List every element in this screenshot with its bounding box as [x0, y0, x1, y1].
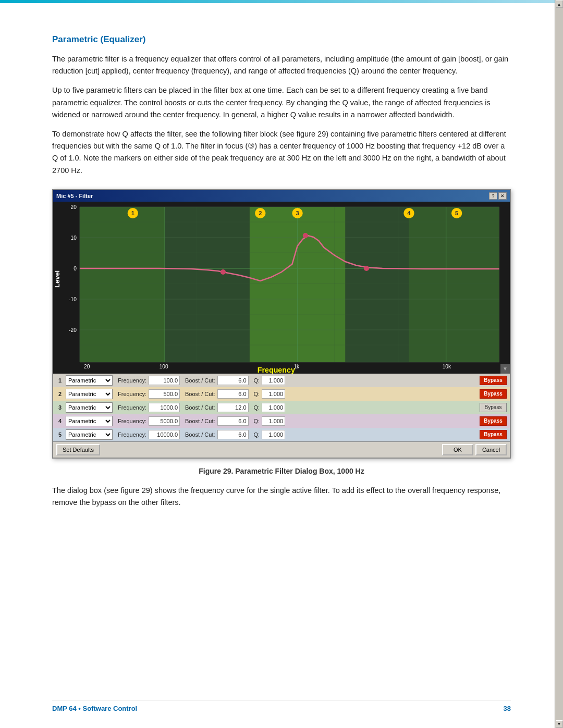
- footer-page: 38: [504, 705, 511, 712]
- dialog-titlebar: Mic #5 - Filter ? ✕: [53, 190, 510, 202]
- filter-type-1[interactable]: Parametric: [66, 375, 113, 386]
- graph-svg: 20 10 0 -10 -20 20 100 1k 10k 1 2 3: [53, 202, 510, 374]
- ok-button[interactable]: OK: [442, 444, 473, 455]
- q-value-4: 1.000: [262, 416, 285, 426]
- cancel-button[interactable]: Cancel: [475, 444, 507, 455]
- row-num-4: 4: [56, 418, 64, 424]
- footer-product: DMP 64 • Software Control: [52, 705, 137, 712]
- svg-text:Level: Level: [53, 270, 61, 287]
- paragraph-1: The parametric filter is a frequency equ…: [52, 53, 511, 77]
- boost-value-3: 12.0: [217, 403, 249, 412]
- filter-dialog: Mic #5 - Filter ? ✕: [52, 189, 511, 459]
- filter-row-2: 2 Parametric Frequency: 500.0 Boost / Cu…: [53, 387, 510, 401]
- help-button[interactable]: ?: [489, 192, 497, 200]
- q-value-2: 1.000: [262, 389, 285, 399]
- freq-label-2: Frequency:: [118, 391, 146, 397]
- close-button[interactable]: ✕: [498, 192, 507, 200]
- bypass-btn-2[interactable]: Bypass: [480, 389, 507, 399]
- filter-section: 1 Parametric Frequency: 100.0 Boost / Cu…: [53, 374, 510, 441]
- scroll-up-btn[interactable]: ▲: [556, 1, 563, 8]
- boost-label-3: Boost / Cut:: [185, 404, 215, 411]
- q-label-5: Q:: [254, 431, 260, 438]
- page-footer: DMP 64 • Software Control 38: [52, 700, 511, 712]
- set-defaults-button[interactable]: Set Defaults: [56, 444, 100, 455]
- bypass-btn-3[interactable]: Bypass: [480, 403, 507, 412]
- ok-cancel-group: OK Cancel: [442, 444, 507, 455]
- row-num-3: 3: [56, 404, 64, 411]
- freq-value-2: 500.0: [149, 389, 180, 399]
- bypass-btn-4[interactable]: Bypass: [480, 416, 507, 426]
- svg-text:0: 0: [74, 266, 77, 272]
- scroll-down-btn[interactable]: ▼: [556, 720, 563, 727]
- svg-text:20: 20: [84, 364, 90, 369]
- freq-value-4: 5000.0: [149, 416, 180, 426]
- freq-label-4: Frequency:: [118, 418, 146, 424]
- svg-text:10k: 10k: [443, 364, 451, 369]
- q-label-3: Q:: [254, 404, 260, 411]
- q-value-5: 1.000: [262, 430, 285, 439]
- freq-label-1: Frequency:: [118, 377, 146, 384]
- caption-body: The dialog box (see figure 29) shows the…: [52, 485, 511, 509]
- svg-rect-3: [80, 207, 165, 362]
- freq-value-1: 100.0: [149, 376, 180, 385]
- boost-label-2: Boost / Cut:: [185, 391, 215, 397]
- svg-text:100: 100: [160, 364, 168, 369]
- boost-value-5: 6.0: [217, 430, 249, 439]
- filter-type-2[interactable]: Parametric: [66, 389, 113, 399]
- q-value-3: 1.000: [262, 403, 285, 412]
- q-label-1: Q:: [254, 377, 260, 384]
- dialog-buttons: Set Defaults OK Cancel: [53, 441, 510, 458]
- filter-type-5[interactable]: Parametric: [66, 429, 113, 440]
- boost-value-2: 6.0: [217, 389, 249, 399]
- svg-text:3: 3: [296, 210, 299, 216]
- freq-value-3: 1000.0: [149, 403, 180, 412]
- figure-caption: Figure 29. Parametric Filter Dialog Box,…: [52, 467, 511, 475]
- dialog-title: Mic #5 - Filter: [56, 193, 93, 199]
- svg-text:Frequency: Frequency: [258, 366, 295, 374]
- svg-text:20: 20: [70, 204, 77, 210]
- q-label-4: Q:: [254, 418, 260, 424]
- svg-text:10: 10: [70, 235, 77, 241]
- freq-label-3: Frequency:: [118, 404, 146, 411]
- q-value-1: 1.000: [262, 376, 285, 385]
- svg-text:-20: -20: [69, 327, 77, 333]
- graph-dropdown[interactable]: ▼: [500, 364, 510, 374]
- filter-type-4[interactable]: Parametric: [66, 416, 113, 426]
- row-num-5: 5: [56, 431, 64, 438]
- section-title: Parametric (Equalizer): [52, 34, 511, 45]
- bypass-btn-1[interactable]: Bypass: [480, 376, 507, 385]
- row-num-2: 2: [56, 391, 64, 397]
- boost-label-4: Boost / Cut:: [185, 418, 215, 424]
- filter-rows-container: 1 Parametric Frequency: 100.0 Boost / Cu…: [53, 374, 510, 441]
- svg-text:2: 2: [259, 210, 262, 216]
- figure-caption-text: Figure 29. Parametric Filter Dialog Box,…: [199, 467, 364, 475]
- paragraph-2: Up to five parametric filters can be pla…: [52, 84, 511, 121]
- paragraph-3: To demonstrate how Q affects the filter,…: [52, 128, 511, 177]
- boost-value-1: 6.0: [217, 376, 249, 385]
- graph-area: 20 10 0 -10 -20 20 100 1k 10k 1 2 3: [53, 202, 510, 374]
- filter-row-4: 4 Parametric Frequency: 5000.0 Boost / C…: [53, 414, 510, 428]
- title-buttons: ? ✕: [489, 192, 507, 200]
- svg-text:1: 1: [131, 210, 134, 216]
- filter-type-3[interactable]: Parametric: [66, 402, 113, 413]
- filter-row-5: 5 Parametric Frequency: 10000.0 Boost / …: [53, 428, 510, 441]
- filter-row-3: 3 Parametric Frequency: 1000.0 Boost / C…: [53, 401, 510, 414]
- scrollbar[interactable]: ▲ ▼: [555, 0, 563, 728]
- svg-text:4: 4: [407, 210, 411, 216]
- svg-point-45: [221, 269, 226, 275]
- main-content: Parametric (Equalizer) The parametric fi…: [0, 3, 563, 558]
- boost-label-5: Boost / Cut:: [185, 431, 215, 438]
- svg-rect-5: [409, 207, 499, 362]
- bypass-btn-5[interactable]: Bypass: [480, 430, 507, 439]
- boost-label-1: Boost / Cut:: [185, 377, 215, 384]
- freq-label-5: Frequency:: [118, 431, 146, 438]
- freq-value-5: 10000.0: [149, 430, 180, 439]
- svg-text:5: 5: [455, 210, 458, 216]
- svg-text:-10: -10: [69, 297, 77, 302]
- svg-point-47: [364, 266, 369, 271]
- svg-point-46: [303, 233, 308, 238]
- row-num-1: 1: [56, 377, 64, 384]
- filter-row-1: 1 Parametric Frequency: 100.0 Boost / Cu…: [53, 374, 510, 387]
- q-label-2: Q:: [254, 391, 260, 397]
- boost-value-4: 6.0: [217, 416, 249, 426]
